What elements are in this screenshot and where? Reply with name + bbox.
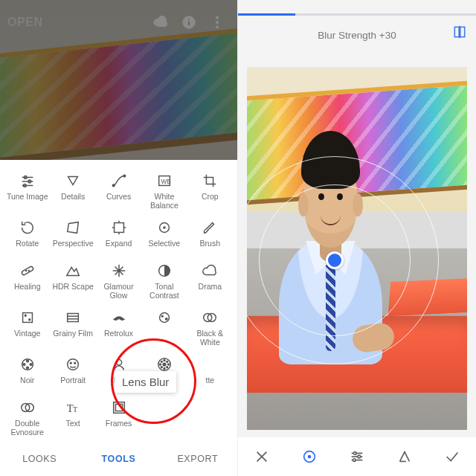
bandage-icon: [19, 262, 36, 280]
svg-rect-1: [188, 21, 190, 25]
tool-crop[interactable]: Crop: [187, 167, 233, 214]
tool-label: Drama: [199, 283, 222, 292]
tool-label: Grainy Film: [53, 329, 93, 338]
square-dots-icon: [19, 309, 36, 327]
tool-tune-image[interactable]: Tune Image: [4, 167, 50, 214]
tool-label: Frames: [106, 419, 132, 428]
tool-white-balance[interactable]: WBWhite Balance: [141, 167, 187, 214]
svg-point-13: [112, 184, 115, 187]
tool-vignette[interactable]: tte: [187, 351, 233, 394]
tab-export[interactable]: EXPORT: [158, 454, 237, 464]
tool-label: Tune Image: [7, 193, 48, 202]
target-icon: [155, 219, 173, 237]
cloud-icon[interactable]: [148, 10, 173, 35]
tool-retrolux[interactable]: Retrolux: [96, 304, 141, 351]
blank-icon: [201, 356, 219, 373]
tool-expand[interactable]: Expand: [96, 214, 141, 257]
svg-marker-17: [68, 222, 79, 234]
tool-noir[interactable]: Noir: [4, 351, 50, 394]
svg-point-27: [28, 271, 29, 271]
svg-point-44: [23, 364, 25, 366]
svg-rect-66: [454, 27, 459, 36]
expand-icon: [110, 219, 128, 237]
frame-icon: [110, 399, 128, 416]
svg-point-58: [161, 367, 162, 368]
svg-point-14: [123, 175, 125, 177]
tab-tools[interactable]: TOOLS: [79, 454, 158, 464]
tool-rotate[interactable]: Rotate: [4, 214, 50, 257]
tool-selective[interactable]: Selective: [141, 214, 187, 257]
tool-vintage[interactable]: Vintage: [4, 304, 50, 351]
svg-point-51: [163, 363, 166, 366]
svg-point-42: [26, 360, 28, 362]
svg-point-59: [167, 367, 168, 368]
tool-tonal-contrast[interactable]: Tonal Contrast: [141, 257, 187, 304]
blank-icon: [155, 399, 173, 416]
svg-point-48: [74, 363, 76, 364]
tool-frames[interactable]: Frames: [96, 394, 141, 441]
cloud-icon: [201, 262, 219, 280]
adjust-button[interactable]: [346, 446, 368, 468]
svg-point-45: [30, 364, 32, 366]
tool-label: Vintage: [14, 329, 40, 338]
blur-center-handle[interactable]: [326, 251, 344, 269]
open-button[interactable]: OPEN: [7, 16, 43, 29]
svg-point-57: [167, 361, 168, 363]
more-icon[interactable]: [205, 10, 230, 35]
photo-canvas[interactable]: [247, 67, 467, 430]
tool-label: Portrait: [60, 376, 86, 385]
apply-button[interactable]: [441, 446, 463, 468]
tool-brush[interactable]: Brush: [187, 214, 233, 257]
tool-label: Noir: [20, 376, 34, 385]
tool-label: Details: [61, 193, 85, 202]
svg-rect-2: [188, 19, 190, 20]
svg-point-49: [116, 360, 121, 365]
svg-text:WB: WB: [161, 178, 171, 185]
blank-icon: [201, 399, 219, 416]
tool-label: Crop: [202, 193, 219, 202]
svg-point-78: [353, 459, 356, 462]
tool-label: Healing: [14, 283, 41, 292]
tool-curves[interactable]: Curves: [96, 167, 141, 214]
tool-black-white[interactable]: Black & White: [187, 304, 233, 351]
tool-drama[interactable]: Drama: [187, 257, 233, 304]
tool-label: Rotate: [16, 239, 39, 248]
half-icon: [155, 262, 173, 280]
param-readout: Blur Strength +30: [318, 30, 396, 41]
svg-point-37: [161, 315, 163, 317]
overlap-icon: [19, 399, 36, 416]
svg-point-36: [160, 313, 170, 323]
focus-shape-button[interactable]: [298, 446, 321, 468]
tool-label: tte: [205, 376, 214, 385]
tab-looks[interactable]: LOOKS: [0, 454, 79, 464]
lens-blur-tooltip: Lens Blur: [115, 371, 176, 393]
svg-point-53: [164, 368, 165, 370]
svg-rect-18: [114, 223, 123, 233]
tools-screen: OPEN Tune ImageDetailsCurvesWBWhite Bala…: [0, 0, 238, 476]
tool-portrait[interactable]: Portrait: [50, 351, 95, 394]
tool-label: Brush: [200, 239, 220, 248]
tool-double-exposure[interactable]: Double Evnosure: [4, 394, 50, 441]
svg-rect-67: [460, 27, 465, 36]
compare-icon[interactable]: [452, 24, 467, 43]
slider-track[interactable]: [238, 13, 476, 16]
svg-point-4: [216, 21, 218, 23]
svg-point-56: [161, 361, 162, 363]
tool-details[interactable]: Details: [50, 167, 95, 214]
styles-button[interactable]: [393, 446, 416, 468]
tool-grainy-film[interactable]: Grainy Film: [50, 304, 95, 351]
tool-healing[interactable]: Healing: [4, 257, 50, 304]
tools-grid: Tune ImageDetailsCurvesWBWhite BalanceCr…: [0, 160, 237, 442]
tool-label: Tonal Contrast: [149, 283, 179, 300]
svg-point-43: [26, 367, 28, 369]
tool-hdr-scape[interactable]: HDR Scape: [50, 257, 95, 304]
tool-grunge[interactable]: [141, 304, 187, 351]
cancel-button[interactable]: [251, 446, 273, 468]
tool-text[interactable]: TTText: [50, 394, 95, 441]
editor-bottom-bar: [238, 437, 476, 476]
brush-icon: [201, 219, 219, 237]
tool-glamour-glow[interactable]: Glamour Glow: [96, 257, 141, 304]
info-icon[interactable]: [176, 10, 202, 35]
tool-perspective[interactable]: Perspective: [50, 214, 95, 257]
svg-marker-12: [68, 177, 78, 185]
